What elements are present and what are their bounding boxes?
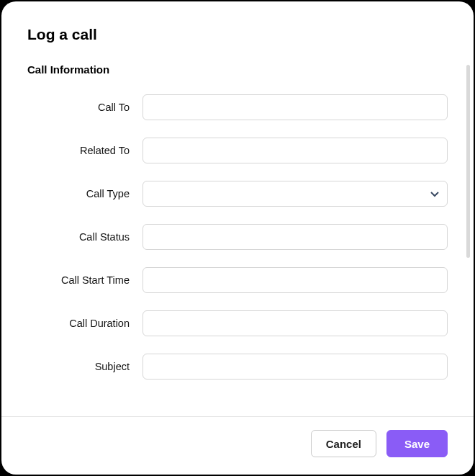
section-title: Call Information	[27, 63, 448, 76]
cancel-button[interactable]: Cancel	[311, 430, 376, 457]
input-call-duration[interactable]	[142, 310, 448, 336]
input-call-to[interactable]	[142, 94, 448, 120]
label-call-start-time: Call Start Time	[27, 274, 142, 286]
row-call-status: Call Status	[27, 224, 448, 250]
scrollbar[interactable]	[466, 65, 470, 258]
label-call-to: Call To	[27, 102, 142, 113]
row-call-duration: Call Duration	[27, 310, 448, 336]
select-call-type[interactable]	[142, 181, 448, 207]
select-wrap-call-type	[142, 181, 448, 207]
row-related-to: Related To	[27, 138, 448, 163]
row-call-type: Call Type	[27, 181, 448, 207]
input-subject[interactable]	[142, 354, 448, 380]
modal-body: Log a call Call Information Call To Rela…	[1, 1, 474, 416]
label-related-to: Related To	[27, 145, 142, 156]
input-call-status[interactable]	[142, 224, 448, 250]
input-call-start-time[interactable]	[142, 267, 448, 293]
input-related-to[interactable]	[142, 138, 448, 163]
modal-title: Log a call	[27, 26, 448, 43]
log-call-modal: Log a call Call Information Call To Rela…	[1, 1, 474, 475]
modal-footer: Cancel Save	[1, 416, 474, 475]
save-button[interactable]: Save	[386, 430, 448, 457]
label-call-type: Call Type	[27, 188, 142, 199]
label-call-duration: Call Duration	[27, 318, 142, 329]
row-call-start-time: Call Start Time	[27, 267, 448, 293]
label-call-status: Call Status	[27, 231, 142, 243]
label-subject: Subject	[27, 361, 142, 372]
row-subject: Subject	[27, 354, 448, 380]
row-call-to: Call To	[27, 94, 448, 120]
